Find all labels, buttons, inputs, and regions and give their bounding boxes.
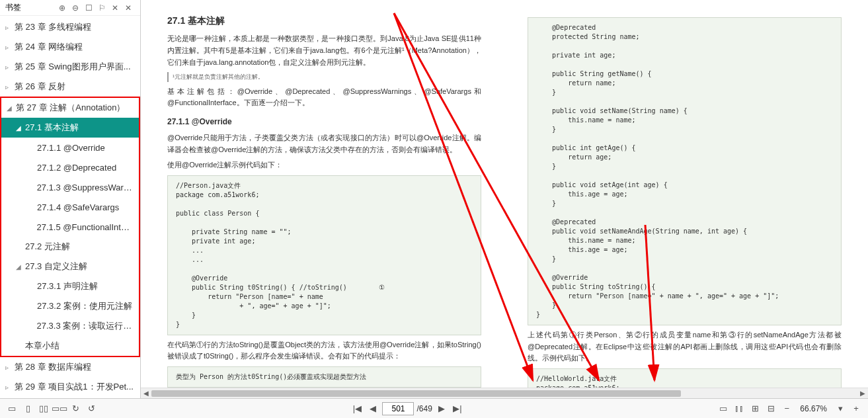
bookmark-item[interactable]: ◢第 27 章 注解（Annotation） [1,98,139,118]
flag-icon[interactable]: ⚐ [97,3,107,13]
prev-page-icon[interactable]: ◀ [366,402,379,415]
bookmark-item[interactable]: 27.1.4 @SafeVarargs [1,197,139,217]
bookmark-label: 27.1.2 @Deprecated [37,163,116,173]
expand-icon[interactable]: ⊕ [57,3,67,13]
paragraph: 上述代码第①行类Person、第②行的成员变量name和第③行的setNameA… [528,329,842,364]
highlighted-section: ◢第 27 章 注解（Annotation）◢27.1 基本注解27.1.1 @… [0,97,140,357]
page-right: @Deprecated protected String name; priva… [508,0,861,398]
bookmark-item[interactable]: 27.3.3 案例：读取运行时... [1,316,139,336]
chevron-icon: ▹ [5,63,12,71]
footer-toolbar: ▭ ▯ ▯▯ ▭▭ ↻ ↺ |◀ ◀ /649 ▶ ▶| ▭ ⫿⫿ ⊞ ⊟ − … [0,398,868,418]
close-icon[interactable]: ✕ [123,3,134,13]
page-number-input[interactable] [382,402,414,415]
bookmark-label: 第 28 章 数据库编程 [15,361,91,373]
bookmarks-sidebar: 书签 ⊕ ⊖ ☐ ⚐ ✕ ✕ ▹第 23 章 多线程编程▹第 24 章 网络编程… [0,0,141,398]
bookmark-label: 本章小结 [25,340,59,352]
bookmark-label: 第 23 章 多线程编程 [15,21,91,33]
bookmark-item[interactable]: 27.1.2 @Deprecated [1,157,139,177]
view-book-icon[interactable]: ▭▭ [53,402,66,415]
collapse-icon[interactable]: ⊖ [70,3,81,13]
bookmark-label: 27.3.3 案例：读取运行时... [36,320,134,332]
chevron-icon: ◢ [7,104,13,112]
bookmark-item[interactable]: ▹第 24 章 网络编程 [0,37,140,57]
bookmark-label: 第 24 章 网络编程 [15,41,83,53]
bookmark-label: 27.3.1 声明注解 [37,280,98,292]
bookmark-label: 27.1.3 @SuppressWarni... [37,183,134,192]
zoom-dropdown-icon[interactable]: ▾ [834,402,847,415]
bookmark-label: 第 25 章 Swing图形用户界面... [15,61,131,73]
zoom-level: 66.67% [800,404,827,413]
bookmark-label: 第 29 章 项目实战1：开发Pet... [15,381,134,393]
bookmark-item[interactable]: ◢27.1 基本注解 [1,118,139,138]
first-page-icon[interactable]: |◀ [350,402,364,415]
bookmark-label: 27.1.1 @Override [37,143,105,153]
code-block: //Person.java文件 package com.a51work6; pu… [167,175,481,335]
footnote: ¹元注解就是负责注解其他的注解。 [167,72,481,81]
bookmark-item[interactable]: 本章小结 [1,336,139,356]
bookmark-item[interactable]: ▹第 23 章 多线程编程 [0,17,140,37]
zoom-out-icon[interactable]: − [780,402,793,415]
content-area: 27.1 基本注解 无论是哪一种注解，本质上都是一种数据类型，是一种接口类型。到… [141,0,868,398]
chevron-icon: ▹ [5,44,12,51]
subsection-title: 27.1.1 @Override [167,116,481,128]
view-continuous-icon[interactable]: ▯ [21,402,34,415]
bookmark-label: 27.1.4 @SafeVarargs [37,202,119,212]
scroll-left-icon[interactable]: ◀ [141,389,151,398]
bookmark-item[interactable]: 27.1.3 @SuppressWarni... [1,177,139,197]
page-left: 27.1 基本注解 无论是哪一种注解，本质上都是一种数据类型，是一种接口类型。到… [147,0,501,398]
chevron-icon: ▹ [5,364,12,371]
next-page-icon[interactable]: ▶ [435,402,448,415]
bookmark-item[interactable]: ▹第 29 章 项目实战1：开发Pet... [0,377,140,397]
layout2-icon[interactable]: ⫿⫿ [732,402,746,415]
bookmark-item[interactable]: 27.1.5 @FunctionalInterf... [1,217,139,237]
chevron-icon: ◢ [16,124,22,132]
bookmark-item[interactable]: 27.2 元注解 [1,237,139,257]
chevron-icon: ◢ [16,263,22,271]
view-facing-icon[interactable]: ▯▯ [37,402,50,415]
chevron-icon: ▹ [5,83,12,91]
bookmark-item[interactable]: ▹第 26 章 反射 [0,77,140,97]
code-block: @Deprecated protected String name; priva… [528,17,842,325]
scroll-track[interactable] [151,389,857,398]
layout1-icon[interactable]: ▭ [717,402,730,415]
rotate-ccw-icon[interactable]: ↺ [85,402,98,415]
bookmark-item[interactable]: 27.3.1 声明注解 [1,276,139,296]
sidebar-header: 书签 ⊕ ⊖ ☐ ⚐ ✕ ✕ [0,0,140,16]
bookmark-label: 第 27 章 注解（Annotation） [16,102,125,114]
bookmark-item[interactable]: 27.3.2 案例：使用元注解 [1,296,139,316]
paragraph: 在代码第①行的方法toString()是覆盖Object类的方法，该方法使用@O… [167,339,481,362]
bookmark-item[interactable]: ▹第 25 章 Swing图形用户界面... [0,57,140,77]
chevron-icon: ▹ [5,384,12,391]
code-block: 类型为 Person 的方法t0String()必须覆盖或实现超类型方法 [167,366,481,388]
scroll-thumb[interactable] [151,390,681,397]
delete-icon[interactable]: ✕ [110,3,120,13]
sidebar-title: 书签 [5,2,56,13]
zoom-in-icon[interactable]: + [849,402,863,415]
paragraph: 基本注解包括：@Override、@Deprecated、@SuppressWa… [167,86,481,109]
bookmark-item[interactable]: 27.1.1 @Override [1,138,139,157]
last-page-icon[interactable]: ▶| [451,402,464,415]
bookmark-item[interactable]: ▹第 28 章 数据库编程 [0,357,140,377]
paragraph: @Override只能用于方法，子类覆盖父类方法（或者实现接口的方法）时可以@O… [167,132,481,155]
scroll-right-icon[interactable]: ▶ [857,389,868,398]
view-single-icon[interactable]: ▭ [5,402,19,415]
bookmark-icon[interactable]: ☐ [83,3,94,13]
section-title: 27.1 基本注解 [167,13,481,28]
layout3-icon[interactable]: ⊞ [748,402,762,415]
layout4-icon[interactable]: ⊟ [764,402,777,415]
bookmark-label: 27.3 自定义注解 [25,261,87,272]
bookmark-label: 第 26 章 反射 [15,81,65,93]
bookmark-item[interactable]: ◢27.3 自定义注解 [1,257,139,276]
rotate-icon[interactable]: ↻ [69,402,82,415]
bookmark-label: 27.2 元注解 [25,241,70,253]
bookmark-label: 27.3.2 案例：使用元注解 [37,300,132,312]
bookmark-label: 27.1.5 @FunctionalInterf... [37,222,134,232]
bookmark-label: 27.1 基本注解 [25,122,79,134]
paragraph: 无论是哪一种注解，本质上都是一种数据类型，是一种接口类型。到Java 8为止Ja… [167,33,481,68]
chevron-icon: ▹ [5,24,12,31]
bookmark-tree: ▹第 23 章 多线程编程▹第 24 章 网络编程▹第 25 章 Swing图形… [0,16,140,398]
horizontal-scrollbar[interactable]: ◀ ▶ [141,388,868,398]
page-total: /649 [416,404,432,413]
paragraph: 使用@Override注解示例代码如下： [167,159,481,171]
